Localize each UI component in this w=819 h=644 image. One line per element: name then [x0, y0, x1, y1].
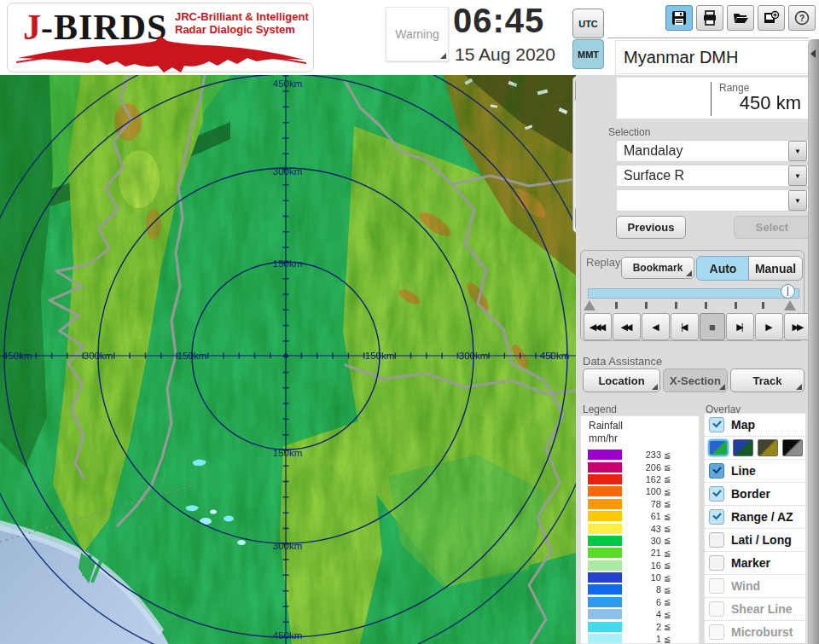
station-name: Myanmar DMH	[615, 40, 818, 74]
select-button[interactable]: Select	[734, 216, 810, 239]
step-back-button[interactable]: |◀	[671, 313, 699, 340]
range-label: 150km	[365, 351, 395, 361]
product-dropdown-value: Surface R	[617, 168, 788, 183]
mmt-button[interactable]: MMT	[572, 39, 604, 69]
range-label: 300km	[273, 541, 303, 551]
step-forward-button[interactable]: ▶|	[726, 313, 754, 340]
overlay-item-lati-long[interactable]: Lati / Long	[705, 529, 805, 552]
overlay-item-range-az[interactable]: Range / AZ	[705, 506, 805, 529]
checkbox[interactable]	[709, 532, 724, 548]
chevron-down-icon[interactable]: ▼	[788, 165, 807, 186]
overlay-panel: Map Line Border Range / AZ Lati / Long M…	[704, 413, 806, 644]
svg-text:?: ?	[799, 14, 804, 23]
range-label: 150km	[273, 258, 303, 269]
legend-color-swatch	[588, 584, 622, 595]
save-button[interactable]	[665, 5, 693, 31]
resize-grip-icon	[440, 53, 446, 59]
replay-range-end-handle[interactable]	[784, 300, 796, 310]
map-style-swatches	[705, 437, 805, 460]
legend-entry: 16≦	[581, 560, 699, 571]
range-label: 150km	[273, 448, 303, 458]
xsection-button[interactable]: X-Section	[663, 368, 728, 392]
save-icon	[671, 10, 687, 26]
legend-color-swatch	[588, 450, 622, 460]
range-label: 450km	[273, 630, 303, 641]
replay-slider-thumb[interactable]	[781, 284, 795, 299]
menu-grip-icon	[719, 384, 725, 390]
map-style-swatch[interactable]	[782, 439, 803, 456]
legend-color-swatch	[588, 548, 622, 558]
panel-collapse-handle[interactable]	[808, 39, 819, 644]
overlay-item-border[interactable]: Border	[705, 483, 805, 506]
radar-map[interactable]: 450km 300km 150km 150km 300km 450km 450k…	[0, 75, 576, 644]
play-button[interactable]: ▶	[755, 313, 783, 340]
product-dropdown[interactable]: Surface R ▼	[616, 165, 809, 187]
fast-rewind-3-button[interactable]: ◀◀◀	[584, 313, 612, 340]
replay-slider-track[interactable]	[588, 288, 799, 299]
utc-button[interactable]: UTC	[572, 9, 604, 38]
replay-label: Replay	[586, 256, 620, 269]
map-style-swatch[interactable]	[758, 439, 778, 456]
range-label: 450km	[3, 351, 32, 361]
print-icon	[702, 10, 717, 26]
site-dropdown[interactable]: Mandalay ▼	[616, 140, 809, 162]
control-panel: Range 450 km Selection Mandalay ▼ Surfac…	[576, 75, 808, 644]
selection-label: Selection	[608, 126, 650, 138]
export-image-button[interactable]	[758, 5, 785, 31]
range-label: 450km	[540, 351, 570, 361]
question-icon: ?	[794, 10, 810, 26]
eagle-icon	[16, 36, 306, 73]
overlay-item-marker[interactable]: Marker	[705, 552, 805, 575]
app-logo: J-BIRDS JRC-Brilliant & Intelligent Rada…	[7, 3, 314, 73]
logo-tagline: JRC-Brilliant & Intelligent Radar Dialog…	[175, 10, 309, 36]
checkbox[interactable]	[709, 417, 724, 432]
legend-color-swatch	[588, 524, 622, 534]
checkbox	[709, 624, 724, 640]
stop-button[interactable]: ■	[700, 313, 725, 340]
chevron-down-icon[interactable]: ▼	[788, 141, 807, 161]
checkbox[interactable]	[709, 486, 724, 502]
checkbox[interactable]	[709, 509, 724, 525]
overlay-item-line[interactable]: Line	[705, 460, 805, 483]
menu-grip-icon	[652, 384, 658, 390]
overlay-item-map[interactable]: Map	[705, 414, 805, 437]
legend-color-swatch	[588, 609, 622, 619]
range-label: 300km	[84, 351, 113, 361]
legend-entry: 78≦	[581, 498, 699, 510]
replay-tick	[645, 302, 648, 309]
legend-entry: 10≦	[581, 571, 699, 583]
chevron-down-icon[interactable]: ▼	[788, 190, 807, 211]
open-button[interactable]	[727, 5, 754, 31]
clock-time: 06:45	[453, 2, 544, 40]
track-button[interactable]: Track	[730, 368, 804, 392]
map-style-swatch[interactable]	[708, 439, 729, 456]
map-style-swatch[interactable]	[733, 439, 753, 456]
replay-group: Replay Bookmark Auto Manual ◀◀◀ ◀◀ ◀ |◀ …	[580, 250, 804, 341]
range-value: 450 km	[740, 92, 801, 114]
checkbox[interactable]	[709, 555, 724, 571]
fast-rewind-button[interactable]: ◀◀	[613, 313, 641, 340]
warning-button[interactable]: Warning	[386, 7, 449, 61]
location-button[interactable]: Location	[583, 368, 660, 392]
help-button[interactable]: ?	[788, 5, 816, 31]
legend-entry: 2≦	[581, 620, 699, 632]
auto-button[interactable]: Auto	[696, 256, 750, 281]
site-dropdown-value: Mandalay	[617, 143, 788, 159]
checkbox[interactable]	[709, 463, 724, 479]
range-label: 150km	[177, 351, 207, 361]
toolbar: ?	[665, 5, 816, 31]
option-dropdown[interactable]: ▼	[616, 189, 809, 212]
legend-entry: 8≦	[581, 583, 699, 595]
legend-entry: 1≦	[581, 633, 699, 644]
bookmark-button[interactable]: Bookmark	[621, 257, 694, 279]
previous-button[interactable]: Previous	[616, 216, 686, 239]
replay-range-start-handle[interactable]	[584, 300, 595, 310]
play-reverse-button[interactable]: ◀	[642, 313, 670, 340]
print-button[interactable]	[696, 5, 723, 31]
legend-color-swatch	[588, 560, 622, 571]
range-label: 300km	[273, 166, 303, 177]
legend-color-swatch	[588, 462, 622, 473]
panel-divider	[607, 38, 809, 38]
manual-button[interactable]: Manual	[748, 256, 803, 281]
header: J-BIRDS JRC-Brilliant & Intelligent Rada…	[0, 0, 819, 75]
